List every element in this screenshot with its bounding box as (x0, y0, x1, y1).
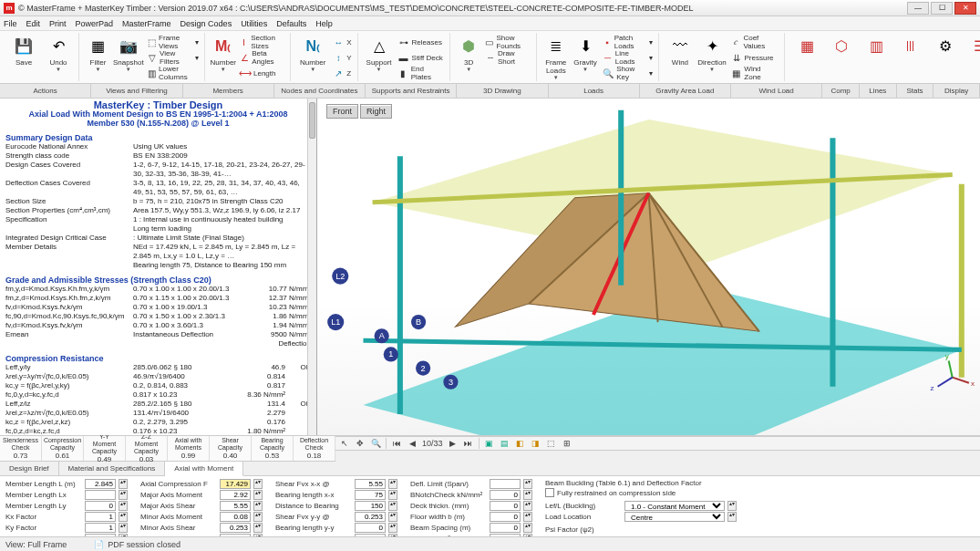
tab-comp[interactable]: Comp (822, 84, 860, 98)
form-input[interactable] (85, 523, 116, 533)
section-sizes-button[interactable]: ⅠSection Sizes (238, 35, 286, 49)
comp-tool-6[interactable]: ☰ (964, 33, 980, 80)
next-icon[interactable]: ▶ (448, 438, 459, 449)
form-input[interactable] (220, 479, 251, 489)
close-button[interactable]: ✕ (954, 2, 976, 15)
number-button[interactable]: M₍Number▼ (211, 33, 236, 80)
coord-z-button[interactable]: ↗Z (331, 66, 353, 80)
beta-angles-button[interactable]: ∠Beta Angles (238, 50, 286, 65)
tab-views[interactable]: Views and Filtering (91, 84, 182, 98)
tab-3d[interactable]: 3D Drawing (457, 84, 548, 98)
btab-axial-moment[interactable]: Axial with Moment (165, 462, 243, 476)
leff-spin[interactable]: ▴▾ (727, 501, 737, 511)
spin-button[interactable]: ▴▾ (388, 523, 397, 533)
form-input[interactable] (490, 479, 521, 489)
spin-button[interactable]: ▴▾ (523, 501, 532, 511)
spin-button[interactable]: ▴▾ (253, 501, 263, 511)
releases-button[interactable]: ⊶Releases (397, 35, 446, 49)
spin-button[interactable]: ▴▾ (119, 512, 128, 522)
wind-zone-button[interactable]: ▦Wind Zone (729, 66, 781, 80)
form-input[interactable] (490, 512, 521, 522)
view-filters-button[interactable]: ▽View Filters ▾ (146, 50, 201, 65)
settings-button[interactable]: ⚙ (929, 33, 962, 80)
form-input[interactable] (355, 479, 386, 489)
comp-tool-1[interactable]: ▦ (790, 33, 823, 80)
spin-button[interactable]: ▴▾ (253, 512, 263, 522)
comp-tool-2[interactable]: ⬡ (825, 33, 858, 80)
menu-defaults[interactable]: Defaults (276, 19, 306, 28)
snapshot-button[interactable]: 📷Snapshot▼ (113, 33, 144, 80)
end-plates-button[interactable]: ▮End Plates (397, 66, 446, 80)
form-input[interactable] (355, 501, 386, 511)
tab-lines[interactable]: Lines (860, 84, 897, 98)
length-button[interactable]: ⟷Length (238, 66, 286, 80)
minimize-button[interactable]: — (907, 2, 929, 15)
form-input[interactable] (355, 490, 386, 500)
spin-button[interactable]: ▴▾ (119, 490, 128, 500)
menu-file[interactable]: File (4, 19, 17, 28)
pressure-button[interactable]: ⇊Pressure (729, 50, 781, 65)
loc-spin[interactable]: ▴▾ (727, 512, 737, 522)
spin-button[interactable]: ▴▾ (119, 523, 128, 533)
spin-button[interactable]: ▴▾ (523, 479, 532, 489)
view-tool-5[interactable]: ⬚ (546, 438, 557, 449)
wind-button[interactable]: 〰Wind (665, 33, 695, 80)
tab-loads[interactable]: Loads (549, 84, 640, 98)
last-icon[interactable]: ⏭ (463, 438, 474, 449)
form-input[interactable] (220, 523, 251, 533)
restrained-checkbox[interactable] (545, 488, 554, 497)
tab-wind[interactable]: Wind Load (731, 84, 822, 98)
frame-loads-button[interactable]: ≣Frame Loads▼ (542, 33, 570, 80)
tab-display[interactable]: Display (934, 84, 980, 98)
draw-short-button[interactable]: ╌Draw Short (483, 50, 531, 65)
form-input[interactable] (220, 512, 251, 522)
form-input[interactable] (490, 501, 521, 511)
menu-edit[interactable]: Edit (26, 19, 41, 28)
btab-design-brief[interactable]: Design Brief (0, 462, 59, 475)
spin-button[interactable]: ▴▾ (523, 523, 532, 533)
view-right-button[interactable]: Right (360, 104, 392, 119)
coord-x-button[interactable]: ↔X (331, 35, 353, 49)
tab-actions[interactable]: Actions (0, 84, 91, 98)
spin-button[interactable]: ▴▾ (388, 501, 397, 511)
form-input[interactable] (85, 490, 116, 500)
spin-button[interactable]: ▴▾ (388, 490, 397, 500)
form-input[interactable] (220, 501, 251, 511)
menu-masterframe[interactable]: MasterFrame (122, 19, 171, 28)
stiff-deck-button[interactable]: ▬Stiff Deck (397, 50, 446, 65)
tab-gravity[interactable]: Gravity Area Load (640, 84, 731, 98)
comp-tool-3[interactable]: ▥ (860, 33, 892, 80)
menu-powerpad[interactable]: PowerPad (76, 19, 114, 28)
leff-select[interactable]: 1.0 - Constant Moment (624, 501, 725, 511)
3d-button[interactable]: ⬢3D▼ (456, 33, 481, 80)
spin-button[interactable]: ▴▾ (119, 479, 128, 489)
line-loads-button[interactable]: ─Line Loads ▾ (601, 50, 655, 65)
model-viewport[interactable]: Front Right L1 (317, 99, 980, 435)
lower-columns-button[interactable]: ▥Lower Columns (146, 66, 201, 80)
menu-help[interactable]: Help (315, 19, 333, 28)
form-input[interactable] (355, 512, 386, 522)
model-canvas[interactable]: L1 L2 A B 1 2 3 x y z (317, 99, 980, 435)
node-number-button[interactable]: N₍Number▼ (296, 33, 329, 80)
tab-nodes[interactable]: Nodes and Coordinates (274, 84, 366, 98)
view-tool-3[interactable]: ◧ (515, 438, 526, 449)
form-input[interactable] (355, 523, 386, 533)
spin-button[interactable]: ▴▾ (388, 512, 397, 522)
btab-material[interactable]: Material and Specifications (59, 462, 166, 475)
spin-button[interactable]: ▴▾ (119, 501, 128, 511)
support-button[interactable]: △Support▼ (364, 33, 395, 80)
maximize-button[interactable]: ☐ (931, 2, 953, 15)
comp-tool-4[interactable]: ⫼ (894, 33, 927, 80)
form-input[interactable] (85, 479, 116, 489)
coef-values-button[interactable]: 𝑐Coef Values (729, 35, 781, 49)
tab-members[interactable]: Members (183, 84, 274, 98)
frame-views-button[interactable]: ⬚Frame Views ▾ (146, 35, 201, 49)
show-key-button[interactable]: 🔍Show Key ▾ (601, 66, 655, 80)
form-input[interactable] (85, 512, 116, 522)
spin-button[interactable]: ▴▾ (388, 479, 397, 489)
cursor-icon[interactable]: ↖ (339, 438, 350, 449)
tab-supports[interactable]: Supports and Restraints (366, 84, 457, 98)
spin-button[interactable]: ▴▾ (253, 523, 263, 533)
gravity-button[interactable]: ⬇Gravity▼ (572, 33, 599, 80)
report-scrollbar[interactable] (307, 99, 316, 435)
